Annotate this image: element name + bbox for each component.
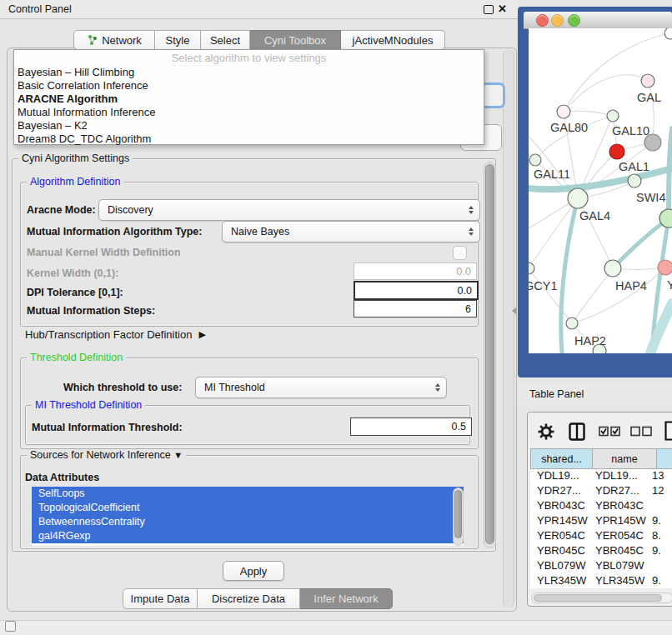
close-icon[interactable]: ✕ [498,5,507,13]
zoom-traffic-light-icon[interactable] [568,14,580,27]
dropdown-item-selected[interactable]: ARACNE Algorithm [14,92,484,106]
attribute-item-selected[interactable]: BetweennessCentrality [32,515,464,529]
dropdown-item[interactable]: Bayesian – K2 [14,119,484,132]
table-header: shared... name [530,448,672,469]
document-icon[interactable] [664,421,672,441]
bottom-tabs: Impute Data Discretize Data Infer Networ… [123,588,393,609]
tab-style[interactable]: Style [155,30,201,50]
table-row[interactable]: YPR145W YPR145W 9. [530,514,672,529]
table-row[interactable]: YER054C YER054C 8. [530,529,672,544]
network-node-gal80[interactable] [557,105,570,118]
table-row[interactable]: YDL19... YDL19... 13 [530,469,672,484]
tab-cyni-toolbox[interactable]: Cyni Toolbox [250,30,341,50]
dropdown-item[interactable]: Dream8 DC_TDC Algorithm [14,132,484,146]
node-label: GAL80 [550,121,588,134]
mi-steps-label: Mutual Information Steps: [27,305,155,317]
column-header-name[interactable]: name [593,448,657,469]
attribute-item-selected[interactable]: SelfLoops [32,487,464,501]
network-node-hap4[interactable] [604,260,621,277]
data-attributes-label: Data Attributes [25,472,99,483]
network-window-titlebar[interactable] [524,12,672,29]
network-node-gal4[interactable] [568,188,588,208]
data-attributes-list: SelfLoops TopologicalCoefficient Between… [32,487,464,546]
table-row[interactable]: YLR345W YLR345W 9. [530,574,672,588]
manual-kernel-width-checkbox[interactable] [453,246,467,260]
tab-network[interactable]: Network [73,30,155,50]
column-header-shared[interactable]: shared... [530,448,593,469]
close-traffic-light-icon[interactable] [536,14,549,27]
attribute-list-scrollbar[interactable] [453,488,464,546]
control-panel-titlebar: Control Panel ✕ [0,0,519,19]
network-node-gal10[interactable] [607,110,619,122]
table-row[interactable]: YBR043C YBR043C [530,499,672,514]
which-threshold-combo[interactable]: MI Threshold [195,377,447,398]
table-row[interactable]: YBL079W YBL079W [530,559,672,574]
collapse-down-icon[interactable]: ▼ [173,450,183,460]
attribute-item-selected[interactable]: TopologicalCoefficient [32,501,464,515]
mi-algorithm-type-combo[interactable]: Naive Bayes [222,221,480,242]
network-node-salmon[interactable] [658,260,672,275]
hub-definition-expander[interactable]: Hub/Transcription Factor Definition ▶ [25,328,206,341]
panel-vertical-scrollbar[interactable] [503,50,514,608]
network-node-red[interactable] [609,144,624,159]
table-horizontal-scrollbar-thumb[interactable] [534,594,662,602]
network-node[interactable] [664,28,672,39]
unchecked-boxes-icon[interactable] [630,426,652,437]
settings-group-title: Cyni Algorithm Settings [18,152,133,164]
network-node-hap2[interactable] [566,318,578,329]
settings-scrollbar-thumb[interactable] [485,164,494,544]
dpi-tolerance-label: DPI Tolerance [0,1]: [27,287,123,298]
minimize-traffic-light-icon[interactable] [551,14,564,27]
tab-impute-data[interactable]: Impute Data [123,588,198,609]
columns-icon[interactable] [569,422,585,441]
network-node-gal1[interactable] [628,174,641,188]
mi-threshold-field[interactable]: 0.5 [350,418,472,436]
float-window-icon[interactable] [484,5,494,14]
tab-jactivemnodules[interactable]: jActiveMNodules [341,30,445,50]
aracne-mode-combo[interactable]: Discovery [98,199,480,221]
checked-boxes-icon[interactable] [599,426,620,437]
column-header-cut[interactable] [657,448,672,469]
table-row[interactable]: YDR27... YDR27... 12 [530,484,672,499]
kernel-width-field[interactable]: 0.0 [354,262,477,280]
node-label: GAL10 [612,124,649,138]
threshold-definition-title: Threshold Definition [27,352,126,363]
table-row[interactable]: YBR045C YBR045C 9. [530,544,672,559]
mi-steps-field[interactable]: 6 [354,300,477,318]
dropdown-item[interactable]: Basic Correlation Inference [14,79,484,92]
dpi-tolerance-field[interactable]: 0.0 [354,281,479,300]
table-panel-titlebar: Table Panel [518,382,672,407]
node-label: HAP4 [615,279,647,292]
dropdown-item[interactable]: Mutual Information Inference [14,106,484,119]
apply-button[interactable]: Apply [223,561,284,581]
tab-infer-network[interactable]: Infer Network [300,588,393,609]
network-node-gcy1[interactable] [529,262,534,274]
network-node-gal-cut[interactable] [641,74,654,88]
tab-discretize-data[interactable]: Discretize Data [198,588,300,609]
node-label: GAL4 [579,209,610,222]
kernel-width-label: Kernel Width (0,1): [27,268,118,279]
collapsed-panel-icon[interactable] [5,621,16,632]
bottom-status-strip [0,620,672,635]
network-node-gal11[interactable] [529,154,541,166]
splitter-handle-icon[interactable] [512,308,516,314]
node-label: GCY1 [529,279,558,292]
settings-scrollbar-track[interactable] [484,162,496,548]
node-label: SWI4 [636,191,665,204]
table-body: YDL19... YDL19... 13 YDR27... YDR27... 1… [530,469,672,588]
node-label: GAL11 [534,168,570,181]
table-horizontal-scrollbar[interactable] [531,592,672,603]
mi-threshold-group-title: MI Threshold Definition [32,399,145,411]
tab-select[interactable]: Select [201,30,250,50]
attribute-item-selected[interactable]: gal4RGexp [32,529,464,543]
attribute-list-scrollbar-thumb[interactable] [454,490,462,538]
control-panel-tabs: Network Style Select Cyni Toolbox jActiv… [73,30,445,50]
network-canvas[interactable]: GAL GAL80 GAL10 GAL1 GAL11 GAL4 SWI4 GCY… [529,28,672,353]
gear-icon[interactable] [538,423,554,440]
sources-group-title: Sources for Network Inference ▼ [27,449,186,461]
network-node-labels: GAL GAL80 GAL10 GAL1 GAL11 GAL4 SWI4 GCY… [529,91,672,348]
which-threshold-label: Which threshold to use: [63,382,182,393]
dropdown-item[interactable]: Bayesian – Hill Climbing [14,66,484,79]
node-label: GAL [637,91,661,104]
control-panel-title: Control Panel [8,3,72,15]
